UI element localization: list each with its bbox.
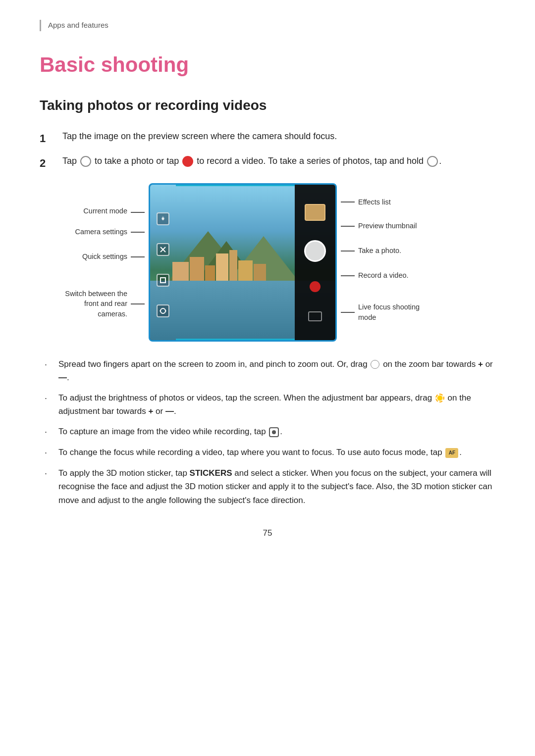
bullet-focus: · To change the focus while recording a …	[45, 446, 495, 459]
stickers-label: STICKERS	[190, 468, 232, 478]
church-body	[229, 250, 237, 281]
label-preview-thumb-line	[341, 226, 355, 227]
label-live-focus-line	[341, 312, 355, 313]
record-icon	[182, 156, 193, 167]
zoom-circle-icon	[371, 360, 379, 369]
label-effects-list: Effects list	[358, 197, 391, 208]
buildings	[172, 247, 274, 281]
section-title: Taking photos or recording videos	[40, 95, 495, 116]
diagram-inner: Current mode Camera settings Quick setti…	[54, 183, 481, 342]
preview-thumbnail-btn[interactable]	[305, 204, 325, 221]
label-take-photo-line	[341, 251, 355, 252]
take-photo-icon	[80, 156, 91, 167]
bullet-dot-4: ·	[45, 446, 53, 459]
bullet-sticker: · To apply the 3D motion sticker, tap ST…	[45, 466, 495, 507]
label-live-focus: Live focus shootingmode	[358, 302, 420, 322]
step-2: 2 Tap to take a photo or tap to record a…	[40, 154, 495, 171]
bullets-container: · Spread two fingers apart on the screen…	[40, 357, 495, 507]
camera-scene	[150, 185, 335, 340]
right-panel	[295, 185, 335, 340]
switch-camera-btn[interactable]	[157, 304, 169, 317]
label-switch-cameras-line	[131, 303, 145, 304]
step-2-text: Tap to take a photo or tap to record a v…	[62, 154, 495, 168]
bullet-zoom: · Spread two fingers apart on the screen…	[45, 357, 495, 384]
label-current-mode: Current mode	[83, 206, 127, 217]
extra-settings-btn[interactable]	[157, 274, 169, 287]
camera-phone	[149, 183, 337, 342]
label-current-mode-line	[131, 212, 145, 213]
quick-settings-btn[interactable]	[157, 243, 169, 256]
svg-rect-3	[160, 278, 165, 283]
label-preview-thumb-row: Preview thumbnail	[341, 214, 417, 239]
label-quick-settings-row: Quick settings	[54, 245, 145, 269]
step-1-text: Tap the image on the preview screen wher…	[62, 130, 495, 144]
label-effects-line	[341, 202, 355, 202]
steps-container: 1 Tap the image on the preview screen wh…	[40, 130, 495, 171]
bullet-text-sticker: To apply the 3D motion sticker, tap STIC…	[58, 466, 495, 507]
bullet-dot-3: ·	[45, 425, 53, 439]
focus-border-bottom	[176, 339, 294, 340]
bullet-capture: · To capture an image from the video whi…	[45, 425, 495, 439]
building-5	[238, 260, 253, 281]
left-labels-block: Current mode Camera settings Quick setti…	[54, 201, 149, 324]
label-preview-thumbnail: Preview thumbnail	[358, 221, 417, 232]
label-live-focus-row: Live focus shootingmode	[341, 295, 420, 330]
page-title: Basic shooting	[40, 49, 495, 80]
label-take-photo-row: Take a photo.	[341, 239, 401, 263]
camera-diagram: Current mode Camera settings Quick setti…	[54, 183, 481, 342]
label-quick-settings: Quick settings	[82, 252, 127, 262]
camera-settings-btn[interactable]	[157, 212, 169, 225]
step-2-number: 2	[40, 154, 54, 171]
label-current-mode-row: Current mode	[54, 201, 145, 220]
page-number: 75	[40, 527, 495, 540]
bullet-dot-2: ·	[45, 391, 53, 405]
building-2	[190, 257, 204, 281]
label-quick-settings-line	[131, 256, 145, 257]
bullet-text-focus: To change the focus while recording a vi…	[58, 446, 495, 459]
label-camera-settings-line	[131, 232, 145, 233]
building-4	[216, 253, 228, 281]
building-6	[254, 264, 266, 281]
af-icon: AF	[445, 448, 458, 458]
bullet-brightness: · To adjust the brightness of photos or …	[45, 391, 495, 418]
label-camera-settings-row: Camera settings	[54, 220, 145, 245]
label-record-video-row: Record a video.	[341, 263, 409, 288]
svg-marker-5	[160, 310, 160, 312]
label-record-video-line	[341, 275, 355, 276]
label-switch-cameras: Switch between thefront and rearcameras.	[65, 289, 127, 319]
bullet-dot-5: ·	[45, 466, 53, 480]
bullet-text-brightness: To adjust the brightness of photos or vi…	[58, 391, 495, 418]
take-photo-btn[interactable]	[304, 240, 326, 262]
step-1-number: 1	[40, 130, 54, 147]
label-effects-list-row: Effects list	[341, 195, 391, 214]
left-controls	[150, 185, 176, 340]
bullet-dot-1: ·	[45, 357, 53, 371]
label-camera-settings: Camera settings	[75, 227, 127, 238]
live-focus-btn[interactable]	[308, 311, 322, 321]
breadcrumb: Apps and features	[40, 20, 495, 31]
brightness-sun-icon	[435, 394, 444, 403]
right-labels-block: Effects list Preview thumbnail Take a ph…	[337, 195, 441, 330]
bullet-text-capture: To capture an image from the video while…	[58, 425, 495, 438]
building-3	[205, 265, 215, 281]
label-take-a-photo: Take a photo.	[358, 246, 401, 256]
step-1: 1 Tap the image on the preview screen wh…	[40, 130, 495, 147]
record-btn[interactable]	[310, 281, 321, 292]
bullet-text-zoom: Spread two fingers apart on the screen t…	[58, 357, 495, 384]
label-record-a-video: Record a video.	[358, 270, 409, 281]
label-switch-cameras-row: Switch between thefront and rearcameras.	[54, 284, 145, 324]
capture-icon	[269, 427, 279, 437]
hold-icon	[427, 156, 438, 167]
focus-border-top	[176, 185, 294, 186]
